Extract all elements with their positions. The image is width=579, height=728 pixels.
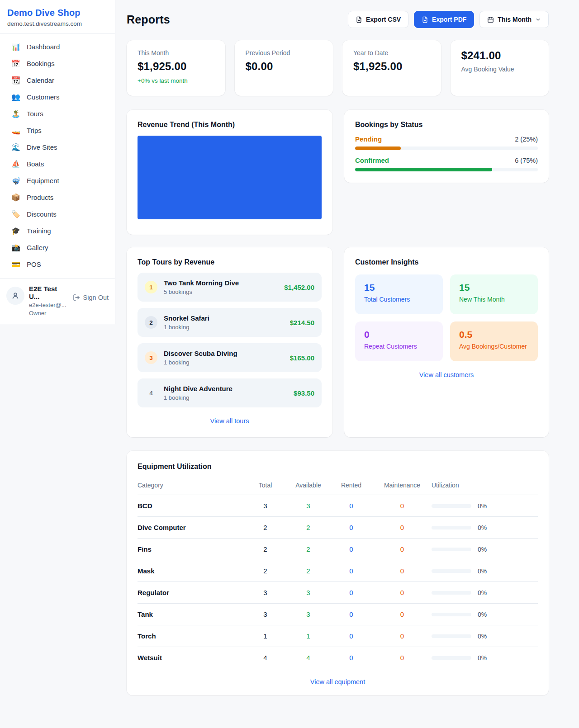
tile-avg-bookings: 0.5 Avg Bookings/Customer (450, 321, 538, 361)
stat-card-year-to-date: Year to Date $1,925.00 (342, 40, 441, 96)
sidebar-item-label: Discounts (27, 210, 57, 218)
cell-utilization: 0% (432, 604, 538, 625)
tour-row: 4 Night Dive Adventure 1 booking $93.50 (138, 378, 322, 407)
cell-rented: 0 (330, 647, 373, 669)
export-pdf-button[interactable]: Export PDF (414, 11, 474, 28)
export-csv-button[interactable]: Export CSV (348, 11, 408, 28)
table-row: Dive Computer 2 2 0 0 0% (138, 517, 538, 539)
utilization-bar (432, 591, 471, 595)
cell-maintenance: 0 (373, 517, 432, 539)
sidebar-item-boats[interactable]: ⛵Boats (4, 156, 111, 172)
table-row: BCD 3 3 0 0 0% (138, 495, 538, 517)
sidebar-item-pos[interactable]: 💳POS (4, 256, 111, 273)
tour-revenue: $1,452.00 (284, 284, 314, 291)
utilization-text: 0% (478, 611, 487, 618)
tile-repeat-customers: 0 Repeat Customers (355, 321, 443, 361)
table-header-row: Category Total Available Rented Maintena… (138, 479, 538, 495)
sidebar-item-label: Bookings (27, 60, 55, 67)
view-all-customers-link[interactable]: View all customers (355, 371, 538, 378)
rank-badge: 3 (145, 351, 157, 364)
view-all-tours-link[interactable]: View all tours (138, 417, 322, 425)
period-select[interactable]: This Month (479, 11, 549, 28)
brand-domain: demo.test.divestreams.com (7, 20, 108, 27)
cell-utilization: 0% (432, 560, 538, 582)
tile-new-this-month: 15 New This Month (450, 274, 538, 314)
rank-badge: 2 (145, 316, 157, 329)
utilization-text: 0% (478, 546, 487, 553)
tour-name: Discover Scuba Diving (164, 350, 284, 357)
tile-value: 15 (364, 282, 434, 293)
page-title: Reports (127, 13, 170, 26)
column-header-available: Available (287, 479, 330, 495)
brand-name: Demo Dive Shop (7, 8, 108, 18)
status-label: Confirmed (355, 156, 389, 164)
status-row-confirmed: Confirmed 6 (75%) (355, 156, 538, 171)
brand-block: Demo Dive Shop demo.test.divestreams.com (0, 0, 115, 34)
cell-maintenance: 0 (373, 495, 432, 517)
cell-maintenance: 0 (373, 582, 432, 604)
sidebar-item-bookings[interactable]: 📅Bookings (4, 55, 111, 72)
cell-category: Tank (138, 604, 244, 625)
status-value: 2 (25%) (515, 136, 538, 143)
stat-label: Avg Booking Value (461, 66, 538, 73)
cell-rented: 0 (330, 582, 373, 604)
sidebar-item-label: Gallery (27, 244, 48, 251)
sidebar-item-label: POS (27, 260, 41, 268)
sidebar-item-label: Tours (27, 110, 43, 118)
cell-maintenance: 0 (373, 539, 432, 560)
stat-label: Previous Period (246, 49, 323, 57)
utilization-bar (432, 548, 471, 551)
sidebar-item-tours[interactable]: 🏝️Tours (4, 105, 111, 122)
view-all-equipment-link[interactable]: View all equipment (138, 678, 538, 685)
tag-icon: 🏷️ (11, 211, 21, 218)
sidebar-item-equipment[interactable]: 🤿Equipment (4, 172, 111, 189)
page-header: Reports Export CSV Export PDF This Month (127, 11, 549, 28)
header-actions: Export CSV Export PDF This Month (348, 11, 549, 28)
bookings-by-status-title: Bookings by Status (355, 121, 538, 129)
tour-row: 1 Two Tank Morning Dive 5 bookings $1,45… (138, 273, 322, 302)
graduation-cap-icon: 🎓 (11, 227, 21, 235)
tile-value: 0 (364, 329, 434, 340)
sidebar-item-customers[interactable]: 👥Customers (4, 89, 111, 105)
cell-total: 3 (244, 495, 287, 517)
utilization-text: 0% (478, 589, 487, 596)
sidebar-item-dive-sites[interactable]: 🌊Dive Sites (4, 139, 111, 156)
cell-available: 3 (287, 604, 330, 625)
user-meta: E2E Test U... e2e-tester@... Owner (29, 285, 68, 317)
package-icon: 📦 (11, 194, 21, 201)
column-header-utilization: Utilization (432, 479, 538, 495)
utilization-text: 0% (478, 654, 487, 662)
customers-icon: 👥 (11, 94, 21, 101)
progress-track (355, 147, 538, 150)
stat-label: Year to Date (353, 49, 430, 57)
rank-badge: 4 (145, 387, 157, 399)
user-box: E2E Test U... e2e-tester@... Owner Sign … (0, 278, 115, 324)
sidebar-item-products[interactable]: 📦Products (4, 189, 111, 206)
sailboat-icon: ⛵ (11, 161, 21, 168)
stat-value: $1,925.00 (138, 60, 214, 73)
sidebar-item-calendar[interactable]: 📆Calendar (4, 72, 111, 89)
app-root: Demo Dive Shop demo.test.divestreams.com… (0, 0, 579, 710)
sidebar-item-dashboard[interactable]: 📊Dashboard (4, 38, 111, 55)
sidebar-item-label: Trips (27, 127, 42, 134)
table-row: Torch 1 1 0 0 0% (138, 625, 538, 647)
sidebar-item-discounts[interactable]: 🏷️Discounts (4, 206, 111, 222)
rank-badge: 1 (145, 281, 157, 293)
sidebar-item-trips[interactable]: 🚤Trips (4, 122, 111, 139)
table-row: Wetsuit 4 4 0 0 0% (138, 647, 538, 669)
equipment-utilization-card: Equipment Utilization Category Total Ava… (127, 451, 549, 695)
cell-rented: 0 (330, 560, 373, 582)
stats-row: This Month $1,925.00 +0% vs last month P… (127, 40, 549, 96)
sign-out-button[interactable]: Sign Out (73, 294, 109, 301)
sidebar-item-training[interactable]: 🎓Training (4, 222, 111, 239)
equipment-utilization-title: Equipment Utilization (138, 463, 538, 471)
cell-utilization: 0% (432, 517, 538, 539)
tour-row: 2 Snorkel Safari 1 booking $214.50 (138, 308, 322, 337)
sidebar-item-gallery[interactable]: 📸Gallery (4, 239, 111, 256)
utilization-bar (432, 613, 471, 616)
sidebar-item-label: Dashboard (27, 43, 60, 51)
cell-total: 2 (244, 539, 287, 560)
cell-total: 2 (244, 560, 287, 582)
customer-insights-title: Customer Insights (355, 258, 538, 266)
cell-rented: 0 (330, 495, 373, 517)
